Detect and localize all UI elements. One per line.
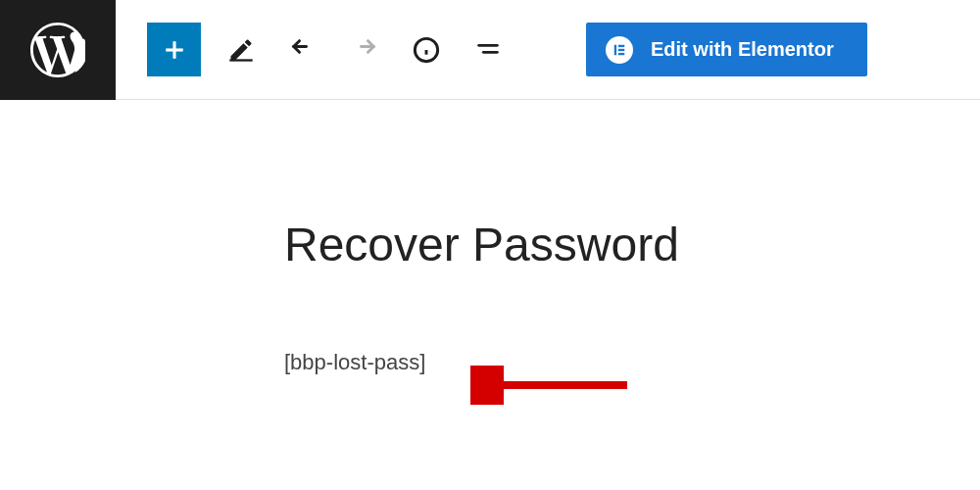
info-icon: [413, 36, 440, 64]
toolbar-actions: Edit with Elementor: [116, 23, 867, 76]
list-icon: [474, 36, 502, 64]
outline-button[interactable]: [466, 27, 510, 72]
info-button[interactable]: [404, 27, 448, 72]
editor-content: Recover Password [bbp-lost-pass]: [0, 100, 980, 375]
elementor-icon: [606, 36, 633, 64]
svg-rect-2: [229, 59, 252, 61]
add-block-button[interactable]: [147, 23, 201, 76]
editor-toolbar: Edit with Elementor: [0, 0, 980, 100]
wordpress-icon: [30, 23, 85, 77]
edit-with-elementor-button[interactable]: Edit with Elementor: [586, 23, 867, 76]
svg-rect-9: [618, 44, 624, 46]
edit-mode-button[interactable]: [219, 27, 263, 72]
annotation-arrow: [470, 366, 647, 405]
svg-rect-10: [618, 48, 624, 50]
elementor-button-label: Edit with Elementor: [651, 38, 834, 61]
plus-icon: [160, 35, 189, 65]
pencil-icon: [227, 36, 255, 64]
svg-rect-8: [614, 44, 616, 55]
svg-rect-11: [618, 52, 624, 54]
page-title[interactable]: Recover Password: [284, 218, 980, 271]
undo-button[interactable]: [280, 27, 324, 72]
wordpress-logo[interactable]: [0, 0, 116, 100]
redo-button[interactable]: [342, 27, 386, 72]
undo-icon: [289, 36, 317, 64]
redo-icon: [351, 36, 378, 64]
